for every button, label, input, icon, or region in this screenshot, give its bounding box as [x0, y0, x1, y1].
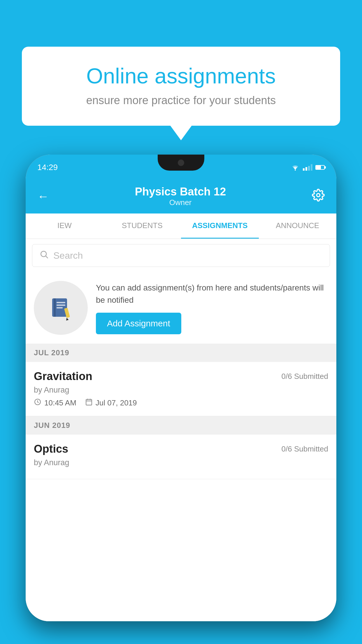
notebook-icon [48, 295, 74, 321]
assignment-row-top: Gravitation 0/6 Submitted [34, 370, 328, 383]
clock-icon [34, 398, 41, 408]
meta-date: Jul 07, 2019 [85, 398, 137, 408]
promo-content: You can add assignment(s) from here and … [96, 282, 328, 334]
svg-point-0 [295, 169, 296, 171]
gear-icon [312, 189, 325, 202]
phone-container: 14:29 [26, 155, 336, 644]
signal-icon [303, 164, 312, 171]
assignment-item-optics[interactable]: Optics 0/6 Submitted by Anurag [26, 435, 336, 479]
assignment-row-top-optics: Optics 0/6 Submitted [34, 443, 328, 455]
tab-announcements[interactable]: ANNOUNCE [259, 214, 337, 239]
tab-iew[interactable]: IEW [26, 214, 103, 239]
tab-students[interactable]: STUDENTS [103, 214, 181, 239]
search-bar[interactable]: Search [32, 244, 330, 267]
meta-time: 10:45 AM [34, 398, 76, 408]
phone-frame: 14:29 [26, 155, 336, 621]
battery-icon [315, 165, 325, 170]
phone-screen: Search [26, 239, 336, 621]
status-bar: 14:29 [26, 155, 336, 180]
camera [178, 160, 184, 166]
tooltip-card: Online assignments ensure more practice … [22, 47, 340, 126]
promo-icon-circle [34, 281, 88, 335]
header-center: Physics Batch 12 Owner [135, 186, 226, 207]
promo-description: You can add assignment(s) from here and … [96, 282, 328, 306]
add-assignment-button[interactable]: Add Assignment [96, 313, 181, 334]
svg-line-3 [46, 256, 48, 258]
search-icon [39, 250, 49, 261]
svg-point-2 [41, 251, 46, 257]
assignment-meta: 10:45 AM Jul 07, 201 [34, 398, 328, 408]
assignment-author: by Anurag [34, 386, 328, 395]
section-jul-2019: JUL 2019 [26, 344, 336, 362]
assignment-submitted-optics: 0/6 Submitted [282, 444, 328, 454]
assignment-title: Gravitation [34, 370, 92, 383]
assignment-time: 10:45 AM [44, 398, 76, 407]
search-bar-container: Search [26, 239, 336, 272]
tabs-bar: IEW STUDENTS ASSIGNMENTS ANNOUNCE [26, 214, 336, 239]
wifi-icon [291, 164, 300, 171]
svg-rect-12 [86, 399, 92, 405]
settings-button[interactable] [312, 189, 325, 204]
assignment-item-gravitation[interactable]: Gravitation 0/6 Submitted by Anurag [26, 362, 336, 416]
calendar-icon [85, 398, 93, 408]
svg-rect-6 [57, 302, 65, 303]
assignment-submitted: 0/6 Submitted [282, 372, 328, 381]
status-icons [291, 164, 325, 171]
svg-rect-8 [57, 307, 63, 309]
header-subtitle: Owner [135, 198, 226, 207]
back-button[interactable]: ← [37, 190, 49, 203]
search-placeholder: Search [53, 250, 83, 261]
svg-point-1 [317, 193, 320, 197]
notch [158, 155, 204, 171]
svg-marker-10 [65, 317, 68, 320]
app-header: ← Physics Batch 12 Owner [26, 180, 336, 214]
assignment-author-optics: by Anurag [34, 458, 328, 467]
assignment-date: Jul 07, 2019 [96, 398, 137, 407]
promo-section: You can add assignment(s) from here and … [26, 272, 336, 344]
svg-rect-5 [54, 298, 56, 317]
section-jun-2019: JUN 2019 [26, 416, 336, 435]
assignment-title-optics: Optics [34, 443, 68, 455]
status-time: 14:29 [37, 163, 58, 172]
tooltip-subtitle: ensure more practice for your students [42, 94, 320, 107]
header-title: Physics Batch 12 [135, 186, 226, 198]
tooltip-title: Online assignments [42, 64, 320, 88]
tab-assignments[interactable]: ASSIGNMENTS [181, 214, 259, 239]
svg-rect-7 [57, 304, 65, 306]
